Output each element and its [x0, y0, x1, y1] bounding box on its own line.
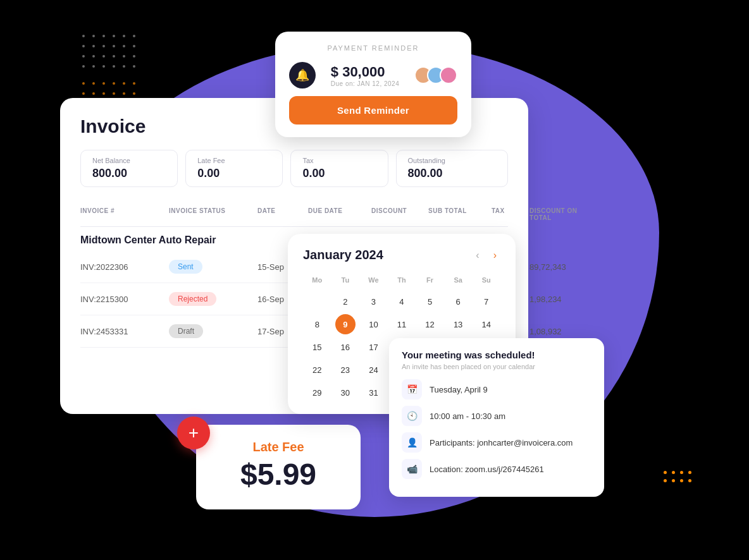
day-th: Th: [388, 274, 416, 286]
day-we: We: [359, 274, 388, 286]
calendar-day-2[interactable]: 2: [335, 291, 356, 312]
day-fr: Fr: [416, 274, 444, 286]
invoice-table-header: INVOICE # INVOICE STATUS DATE DUE DATE D…: [80, 202, 508, 227]
calendar-empty-cell: [307, 291, 327, 312]
metric-late-fee-value: 0.00: [197, 167, 271, 180]
avatar-3: [440, 66, 457, 84]
status-badge-draft: Draft: [169, 324, 257, 338]
meeting-participants-text: Participants: jonhcarter@invoicera.com: [430, 438, 573, 447]
calendar-day-11[interactable]: 11: [392, 314, 412, 334]
th-tax: TAX: [492, 207, 529, 221]
metric-tax-value: 0.00: [302, 167, 376, 180]
add-button[interactable]: +: [177, 417, 210, 449]
calendar-day-8[interactable]: 8: [307, 314, 327, 334]
meeting-title: Your meeting was scheduled!: [402, 350, 591, 360]
calendar-prev-button[interactable]: ‹: [472, 248, 483, 262]
meeting-detail-time: 🕙 10:00 am - 10:30 am: [402, 406, 591, 426]
scene: Invoice Net Balance 800.00 Late Fee 0.00…: [0, 0, 749, 560]
clock-icon: 🕙: [402, 406, 422, 426]
dots-top-left: [82, 35, 139, 71]
inv-num-2: INV:2215300: [80, 295, 169, 304]
metric-late-fee-label: Late Fee: [197, 157, 271, 164]
calendar-day-22[interactable]: 22: [307, 360, 327, 380]
meeting-subtitle: An invite has been placed on your calend…: [402, 363, 591, 370]
meeting-card: Your meeting was scheduled! An invite ha…: [389, 338, 604, 497]
day-su: Su: [472, 274, 500, 286]
th-sub-total: SUB TOTAL: [428, 207, 492, 221]
th-date: DATE: [257, 207, 308, 221]
day-tu: Tu: [331, 274, 360, 286]
day-sa: Sa: [444, 274, 473, 286]
avatar-group: [414, 66, 457, 84]
metric-net-balance: Net Balance 800.00: [80, 150, 178, 187]
metric-net-balance-value: 800.00: [92, 167, 166, 180]
metric-outstanding-value: 800.00: [408, 167, 496, 180]
metric-net-balance-label: Net Balance: [92, 157, 166, 164]
payment-reminder-card: PAYMENT REMINDER 🔔 $ 30,000 Due on: JAN …: [275, 32, 471, 137]
calendar-days-header: Mo Tu We Th Fr Sa Su: [303, 274, 500, 286]
meeting-detail-date: 📅 Tuesday, April 9: [402, 379, 591, 399]
calendar-day-5[interactable]: 5: [420, 291, 440, 312]
day-mo: Mo: [303, 274, 331, 286]
payment-amount-value: $ 30,000: [331, 64, 399, 80]
calendar-day-24[interactable]: 24: [363, 360, 383, 380]
th-discount-total: DISCOUNT ON TOTAL: [529, 207, 599, 221]
calendar-day-13[interactable]: 13: [448, 314, 468, 334]
status-draft-label: Draft: [169, 324, 203, 338]
metric-tax: Tax 0.00: [290, 150, 388, 187]
calendar-day-23[interactable]: 23: [335, 360, 356, 380]
metric-tax-label: Tax: [302, 157, 376, 164]
payment-reminder-title: PAYMENT REMINDER: [289, 44, 457, 52]
bell-icon: 🔔: [289, 62, 316, 88]
calendar-day-7[interactable]: 7: [476, 291, 497, 312]
status-sent-label: Sent: [169, 260, 202, 274]
calendar-day-9[interactable]: 9: [335, 314, 356, 334]
person-icon: 👤: [402, 432, 422, 453]
calendar-day-14[interactable]: 14: [476, 314, 497, 334]
invoice-metrics: Net Balance 800.00 Late Fee 0.00 Tax 0.0…: [80, 150, 508, 187]
th-discount: DISCOUNT: [371, 207, 428, 221]
status-rejected-label: Rejected: [169, 292, 216, 306]
status-badge-sent: Sent: [169, 260, 257, 274]
payment-due-date: Due on: JAN 12, 2024: [331, 80, 399, 87]
payment-amount-info: $ 30,000 Due on: JAN 12, 2024: [331, 64, 399, 87]
late-fee-amount: $5.99: [214, 457, 343, 492]
send-reminder-button[interactable]: Send Reminder: [289, 96, 457, 125]
meeting-time-text: 10:00 am - 10:30 am: [430, 411, 505, 421]
video-icon: 📹: [402, 459, 422, 479]
inv-num-1: INV:2022306: [80, 262, 169, 272]
status-badge-rejected: Rejected: [169, 292, 257, 306]
meeting-date-text: Tuesday, April 9: [430, 385, 488, 394]
calendar-nav: ‹ ›: [472, 248, 500, 262]
inv-discount-total-2: 1,98,234: [529, 295, 599, 304]
calendar-day-17[interactable]: 17: [363, 337, 383, 357]
th-invoice-num: INVOICE #: [80, 207, 169, 221]
calendar-day-15[interactable]: 15: [307, 337, 327, 357]
meeting-detail-location: 📹 Location: zoom.us/j/267445261: [402, 459, 591, 479]
dots-orange-bottom-right: [664, 471, 693, 484]
late-fee-card: Late Fee $5.99: [196, 425, 361, 509]
metric-outstanding-label: Outstanding: [408, 157, 496, 164]
th-invoice-status: INVOICE STATUS: [169, 207, 257, 221]
calendar-day-30[interactable]: 30: [335, 382, 356, 403]
calendar-next-button[interactable]: ›: [490, 248, 500, 262]
th-due-date: DUE DATE: [308, 207, 371, 221]
payment-amount-row: 🔔 $ 30,000 Due on: JAN 12, 2024: [289, 62, 457, 88]
calendar-day-31[interactable]: 31: [363, 382, 383, 403]
calendar-day-16[interactable]: 16: [335, 337, 356, 357]
inv-discount-total-3: 1,08,932: [529, 327, 599, 336]
calendar-day-4[interactable]: 4: [392, 291, 412, 312]
calendar-day-29[interactable]: 29: [307, 382, 327, 403]
calendar-day-12[interactable]: 12: [420, 314, 440, 334]
metric-outstanding: Outstanding 800.00: [396, 150, 508, 187]
calendar-day-10[interactable]: 10: [363, 314, 383, 334]
inv-num-3: INV:2453331: [80, 327, 169, 336]
calendar-day-6[interactable]: 6: [448, 291, 468, 312]
inv-discount-total-1: 89,72,343: [529, 262, 599, 272]
calendar-header: January 2024 ‹ ›: [303, 248, 500, 262]
calendar-icon: 📅: [402, 379, 422, 399]
late-fee-label: Late Fee: [214, 440, 343, 454]
calendar-day-3[interactable]: 3: [363, 291, 383, 312]
meeting-location-text: Location: zoom.us/j/267445261: [430, 465, 544, 474]
metric-late-fee: Late Fee 0.00: [185, 150, 283, 187]
